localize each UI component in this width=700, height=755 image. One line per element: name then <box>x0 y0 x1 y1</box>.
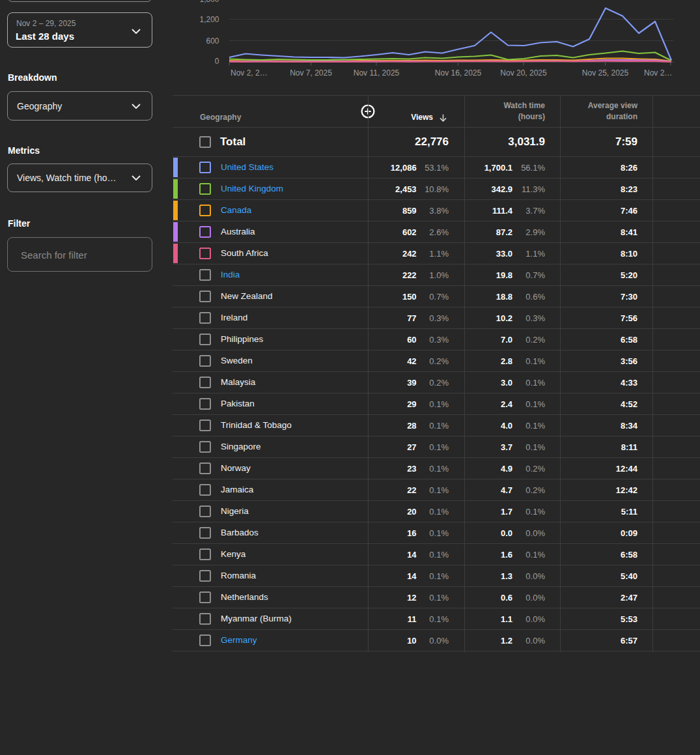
svg-text:1,800: 1,800 <box>199 0 219 4</box>
svg-text:Nov 2…: Nov 2… <box>644 68 672 78</box>
svg-text:0: 0 <box>215 57 219 66</box>
svg-text:1,200: 1,200 <box>199 15 219 24</box>
svg-text:Nov 20, 2025: Nov 20, 2025 <box>500 68 547 78</box>
svg-text:Nov 2, 2…: Nov 2, 2… <box>231 68 268 78</box>
svg-text:Nov 7, 2025: Nov 7, 2025 <box>290 68 332 78</box>
svg-text:Nov 25, 2025: Nov 25, 2025 <box>582 68 629 78</box>
svg-text:Nov 11, 2025: Nov 11, 2025 <box>354 68 400 78</box>
svg-text:Nov 16, 2025: Nov 16, 2025 <box>435 68 482 78</box>
svg-text:600: 600 <box>206 36 219 46</box>
